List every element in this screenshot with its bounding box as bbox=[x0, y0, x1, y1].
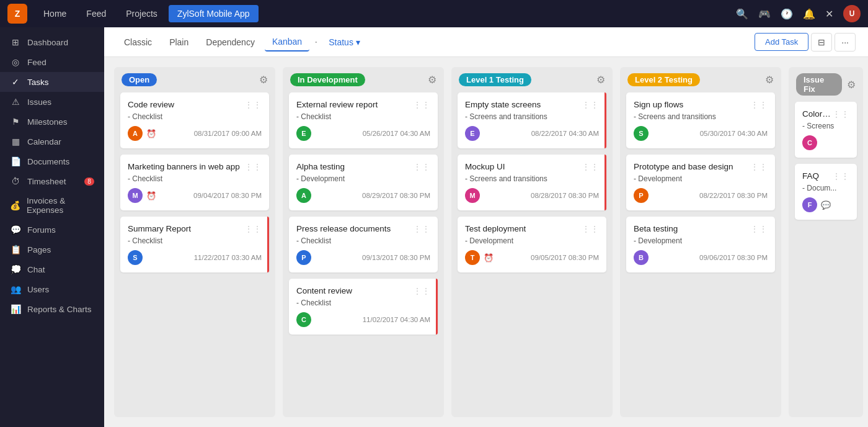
view-plain[interactable]: Plain bbox=[162, 34, 196, 51]
task-card[interactable]: Alpha testing⋮⋮- DevelopmentA08/29/2017 … bbox=[289, 155, 438, 210]
column-header-in-development: In Development⚙ bbox=[283, 67, 444, 92]
drag-handle-icon[interactable]: ⋮⋮ bbox=[832, 171, 849, 181]
task-card[interactable]: Marketing banners in web app⋮⋮- Checklis… bbox=[120, 155, 269, 210]
drag-handle-icon[interactable]: ⋮⋮ bbox=[750, 100, 768, 110]
user-avatar[interactable]: U bbox=[843, 5, 861, 22]
nav-feed[interactable]: Feed bbox=[78, 5, 115, 22]
drag-handle-icon[interactable]: ⋮⋮ bbox=[413, 286, 430, 296]
task-card[interactable]: FAQ⋮⋮- Docum...F💬 bbox=[795, 164, 857, 220]
column-cards-open: Code review⋮⋮- ChecklistA⏰08/31/2017 09:… bbox=[114, 92, 275, 417]
sidebar-item-chat[interactable]: 💭 Chat bbox=[0, 259, 104, 279]
sidebar-item-issues[interactable]: ⚠ Issues bbox=[0, 92, 104, 112]
nav-home[interactable]: Home bbox=[35, 5, 75, 22]
view-kanban[interactable]: Kanban bbox=[265, 33, 309, 52]
card-tag: - Checklist bbox=[128, 236, 262, 245]
sidebar-item-feed[interactable]: ◎ Feed bbox=[0, 52, 104, 72]
drag-handle-icon[interactable]: ⋮⋮ bbox=[750, 224, 768, 234]
card-title: Sign up flows bbox=[634, 100, 750, 109]
column-cards-in-development: External review report⋮⋮- ChecklistE05/2… bbox=[283, 92, 444, 417]
card-header: Mockup UI⋮⋮ bbox=[465, 162, 599, 172]
content-area: Classic Plain Dependency Kanban · Status… bbox=[104, 27, 868, 427]
clock-icon[interactable]: 🕐 bbox=[781, 8, 793, 20]
more-options-button[interactable]: ··· bbox=[835, 33, 856, 52]
filter-icon: ⊟ bbox=[818, 37, 825, 47]
card-tag: - Checklist bbox=[296, 236, 430, 245]
avatar: C bbox=[296, 312, 311, 327]
filter-button[interactable]: ⊟ bbox=[811, 33, 832, 52]
drag-handle-icon[interactable]: ⋮⋮ bbox=[244, 162, 262, 172]
nav-projects[interactable]: Projects bbox=[117, 5, 166, 22]
close-icon[interactable]: ✕ bbox=[825, 8, 833, 20]
task-card[interactable]: Prototype and base design⋮⋮- Development… bbox=[626, 155, 775, 210]
card-header: Press release documents⋮⋮ bbox=[296, 224, 430, 234]
avatar: C bbox=[802, 135, 817, 150]
sidebar-item-users[interactable]: 👥 Users bbox=[0, 279, 104, 299]
top-nav: Z Home Feed Projects ZylSoft Mobile App … bbox=[0, 0, 868, 27]
sidebar-item-tasks[interactable]: ✓ Tasks bbox=[0, 72, 104, 92]
task-card[interactable]: Color-pal...⋮⋮- ScreensC bbox=[795, 102, 857, 158]
drag-handle-icon[interactable]: ⋮⋮ bbox=[413, 224, 430, 234]
column-gear-level1-testing[interactable]: ⚙ bbox=[596, 74, 605, 86]
sidebar-item-pages[interactable]: 📋 Pages bbox=[0, 240, 104, 259]
search-icon[interactable]: 🔍 bbox=[736, 8, 748, 20]
column-header-issue-fix: Issue Fix⚙ bbox=[789, 67, 863, 102]
sidebar-item-forums[interactable]: 💬 Forums bbox=[0, 220, 104, 240]
card-footer: T⏰09/05/2017 08:30 PM bbox=[465, 250, 599, 265]
card-date: 11/22/2017 03:30 AM bbox=[194, 254, 262, 261]
view-dependency[interactable]: Dependency bbox=[198, 34, 262, 51]
drag-handle-icon[interactable]: ⋮⋮ bbox=[582, 224, 599, 234]
avatar: B bbox=[634, 250, 649, 265]
drag-handle-icon[interactable]: ⋮⋮ bbox=[832, 109, 849, 119]
task-card[interactable]: External review report⋮⋮- ChecklistE05/2… bbox=[289, 92, 438, 148]
column-gear-issue-fix[interactable]: ⚙ bbox=[847, 79, 856, 91]
overdue-indicator bbox=[604, 92, 606, 148]
task-card[interactable]: Empty state screens⋮⋮- Screens and trans… bbox=[458, 92, 606, 148]
bell-icon[interactable]: 🔔 bbox=[803, 8, 815, 20]
column-cards-level2-testing: Sign up flows⋮⋮- Screens and transitions… bbox=[620, 92, 781, 417]
task-card[interactable]: Content review⋮⋮- ChecklistC11/02/2017 0… bbox=[289, 279, 438, 335]
column-gear-open[interactable]: ⚙ bbox=[259, 74, 268, 86]
sidebar-item-calendar[interactable]: ▦ Calendar bbox=[0, 132, 104, 151]
task-card[interactable]: Summary Report⋮⋮- ChecklistS11/22/2017 0… bbox=[120, 217, 269, 272]
sidebar-item-reports[interactable]: 📊 Reports & Charts bbox=[0, 299, 104, 319]
avatar: P bbox=[296, 250, 311, 265]
card-date: 09/13/2017 08:30 PM bbox=[362, 254, 430, 261]
task-card[interactable]: Sign up flows⋮⋮- Screens and transitions… bbox=[626, 92, 775, 148]
tasks-icon: ✓ bbox=[10, 77, 21, 87]
task-card[interactable]: Test deployment⋮⋮- DevelopmentT⏰09/05/20… bbox=[458, 217, 606, 272]
drag-handle-icon[interactable]: ⋮⋮ bbox=[413, 162, 430, 172]
card-title: Content review bbox=[296, 286, 413, 295]
avatar: T bbox=[465, 250, 480, 265]
drag-handle-icon[interactable]: ⋮⋮ bbox=[244, 100, 262, 110]
card-tag: - Checklist bbox=[128, 174, 262, 183]
nav-zylsoft[interactable]: ZylSoft Mobile App bbox=[169, 5, 259, 22]
drag-handle-icon[interactable]: ⋮⋮ bbox=[582, 100, 599, 110]
drag-handle-icon[interactable]: ⋮⋮ bbox=[413, 100, 430, 110]
kanban-column-level2-testing: Level 2 Testing⚙Sign up flows⋮⋮- Screens… bbox=[620, 67, 781, 417]
card-header: Prototype and base design⋮⋮ bbox=[634, 162, 768, 172]
card-date: 09/05/2017 08:30 PM bbox=[531, 254, 599, 261]
gamepad-icon[interactable]: 🎮 bbox=[758, 8, 771, 20]
task-card[interactable]: Mockup UI⋮⋮- Screens and transitionsM08/… bbox=[458, 155, 606, 210]
add-task-button[interactable]: Add Task bbox=[755, 33, 808, 51]
task-card[interactable]: Code review⋮⋮- ChecklistA⏰08/31/2017 09:… bbox=[120, 92, 269, 148]
sidebar-item-documents[interactable]: 📄 Documents bbox=[0, 151, 104, 171]
card-header: Sign up flows⋮⋮ bbox=[634, 100, 768, 110]
task-card[interactable]: Press release documents⋮⋮- ChecklistP09/… bbox=[289, 217, 438, 272]
card-header: Content review⋮⋮ bbox=[296, 286, 430, 296]
card-tag: - Development bbox=[465, 236, 599, 245]
sidebar-item-dashboard[interactable]: ⊞ Dashboard bbox=[0, 32, 104, 52]
task-card[interactable]: Beta testing⋮⋮- DevelopmentB09/06/2017 0… bbox=[626, 217, 775, 272]
drag-handle-icon[interactable]: ⋮⋮ bbox=[582, 162, 599, 172]
drag-handle-icon[interactable]: ⋮⋮ bbox=[750, 162, 768, 172]
sidebar-item-timesheet[interactable]: ⏱ Timesheet 8 bbox=[0, 171, 104, 191]
drag-handle-icon[interactable]: ⋮⋮ bbox=[244, 224, 262, 234]
column-gear-in-development[interactable]: ⚙ bbox=[428, 74, 436, 86]
column-gear-level2-testing[interactable]: ⚙ bbox=[765, 74, 774, 86]
sidebar-item-invoices[interactable]: 💰 Invoices & Expenses bbox=[0, 191, 104, 220]
dashboard-icon: ⊞ bbox=[10, 37, 21, 47]
status-filter-button[interactable]: Status ▾ bbox=[322, 34, 366, 50]
card-footer: M⏰09/04/2017 08:30 PM bbox=[128, 188, 262, 203]
view-classic[interactable]: Classic bbox=[117, 34, 159, 51]
sidebar-item-milestones[interactable]: ⚑ Milestones bbox=[0, 112, 104, 132]
